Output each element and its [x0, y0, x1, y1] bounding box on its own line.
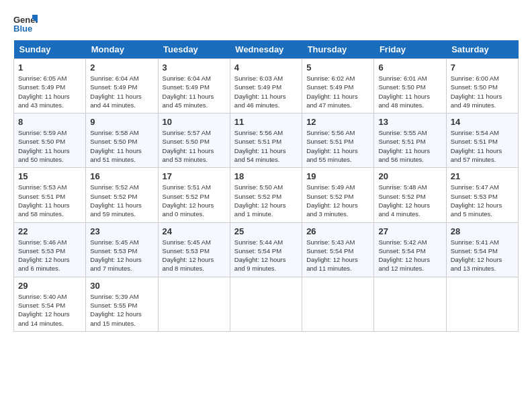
calendar-cell: 25 Sunrise: 5:44 AM Sunset: 5:54 PM Dayl…	[230, 222, 302, 277]
day-number: 12	[306, 117, 369, 127]
day-info: Sunrise: 5:58 AM Sunset: 5:50 PM Dayligh…	[90, 128, 153, 164]
day-number: 7	[451, 62, 514, 73]
calendar-cell: 5 Sunrise: 6:02 AM Sunset: 5:49 PM Dayli…	[302, 59, 374, 113]
calendar-cell: 28 Sunrise: 5:41 AM Sunset: 5:54 PM Dayl…	[446, 222, 518, 277]
calendar-cell: 29 Sunrise: 5:40 AM Sunset: 5:54 PM Dayl…	[14, 277, 86, 331]
day-number: 18	[234, 171, 298, 181]
day-info: Sunrise: 5:46 AM Sunset: 5:53 PM Dayligh…	[18, 238, 81, 273]
day-info: Sunrise: 5:54 AM Sunset: 5:51 PM Dayligh…	[451, 128, 514, 164]
calendar-cell: 10 Sunrise: 5:57 AM Sunset: 5:50 PM Dayl…	[158, 113, 230, 168]
day-info: Sunrise: 5:42 AM Sunset: 5:54 PM Dayligh…	[378, 238, 441, 273]
day-info: Sunrise: 5:56 AM Sunset: 5:51 PM Dayligh…	[306, 128, 369, 164]
calendar-cell: 30 Sunrise: 5:39 AM Sunset: 5:55 PM Dayl…	[86, 277, 158, 331]
calendar-cell	[230, 277, 302, 331]
day-number: 17	[163, 171, 226, 181]
calendar-header-row: SundayMondayTuesdayWednesdayThursdayFrid…	[14, 40, 519, 59]
day-info: Sunrise: 5:49 AM Sunset: 5:52 PM Dayligh…	[306, 183, 369, 218]
day-number: 27	[378, 226, 441, 236]
day-info: Sunrise: 6:04 AM Sunset: 5:49 PM Dayligh…	[90, 74, 153, 109]
calendar-cell	[374, 277, 446, 331]
day-info: Sunrise: 5:53 AM Sunset: 5:51 PM Dayligh…	[18, 183, 81, 218]
calendar-week-1: 1 Sunrise: 6:05 AM Sunset: 5:49 PM Dayli…	[14, 59, 519, 113]
day-number: 11	[234, 117, 298, 127]
calendar-cell: 2 Sunrise: 6:04 AM Sunset: 5:49 PM Dayli…	[86, 59, 158, 113]
day-number: 15	[18, 171, 81, 181]
day-number: 14	[451, 117, 514, 127]
weekday-header-saturday: Saturday	[446, 40, 518, 59]
day-number: 13	[378, 117, 441, 127]
day-number: 21	[451, 171, 514, 181]
day-info: Sunrise: 5:52 AM Sunset: 5:52 PM Dayligh…	[90, 183, 153, 218]
day-info: Sunrise: 5:47 AM Sunset: 5:53 PM Dayligh…	[451, 183, 514, 218]
weekday-header-monday: Monday	[86, 40, 158, 59]
calendar-cell	[302, 277, 374, 331]
day-number: 26	[306, 226, 369, 236]
svg-text:Blue: Blue	[13, 24, 32, 34]
day-number: 19	[306, 171, 369, 181]
weekday-header-wednesday: Wednesday	[230, 40, 302, 59]
calendar-cell: 17 Sunrise: 5:51 AM Sunset: 5:52 PM Dayl…	[158, 168, 230, 222]
day-info: Sunrise: 6:04 AM Sunset: 5:49 PM Dayligh…	[163, 74, 226, 109]
day-number: 2	[90, 62, 153, 73]
day-number: 9	[90, 117, 153, 127]
calendar-cell: 23 Sunrise: 5:45 AM Sunset: 5:53 PM Dayl…	[86, 222, 158, 277]
calendar-cell: 8 Sunrise: 5:59 AM Sunset: 5:50 PM Dayli…	[14, 113, 86, 168]
weekday-header-thursday: Thursday	[302, 40, 374, 59]
weekday-header-sunday: Sunday	[14, 40, 86, 59]
day-info: Sunrise: 5:43 AM Sunset: 5:54 PM Dayligh…	[306, 238, 369, 273]
calendar-cell: 14 Sunrise: 5:54 AM Sunset: 5:51 PM Dayl…	[446, 113, 518, 168]
calendar-week-3: 15 Sunrise: 5:53 AM Sunset: 5:51 PM Dayl…	[14, 168, 519, 222]
day-number: 20	[378, 171, 441, 181]
day-number: 28	[451, 226, 514, 236]
calendar-cell: 22 Sunrise: 5:46 AM Sunset: 5:53 PM Dayl…	[14, 222, 86, 277]
day-number: 1	[18, 62, 81, 73]
weekday-header-friday: Friday	[374, 40, 446, 59]
day-info: Sunrise: 5:41 AM Sunset: 5:54 PM Dayligh…	[451, 238, 514, 273]
day-info: Sunrise: 5:39 AM Sunset: 5:55 PM Dayligh…	[90, 292, 153, 328]
day-info: Sunrise: 5:59 AM Sunset: 5:50 PM Dayligh…	[18, 128, 81, 164]
day-number: 8	[18, 117, 81, 127]
day-info: Sunrise: 6:03 AM Sunset: 5:49 PM Dayligh…	[234, 74, 298, 109]
day-info: Sunrise: 5:45 AM Sunset: 5:53 PM Dayligh…	[163, 238, 226, 273]
calendar-cell	[446, 277, 518, 331]
day-number: 23	[90, 226, 153, 236]
day-number: 24	[163, 226, 226, 236]
day-number: 16	[90, 171, 153, 181]
calendar-cell: 1 Sunrise: 6:05 AM Sunset: 5:49 PM Dayli…	[14, 59, 86, 113]
day-info: Sunrise: 5:45 AM Sunset: 5:53 PM Dayligh…	[90, 238, 153, 273]
calendar-cell	[158, 277, 230, 331]
calendar-cell: 24 Sunrise: 5:45 AM Sunset: 5:53 PM Dayl…	[158, 222, 230, 277]
day-info: Sunrise: 6:01 AM Sunset: 5:50 PM Dayligh…	[378, 74, 441, 109]
day-number: 25	[234, 226, 298, 236]
calendar-cell: 26 Sunrise: 5:43 AM Sunset: 5:54 PM Dayl…	[302, 222, 374, 277]
calendar-week-2: 8 Sunrise: 5:59 AM Sunset: 5:50 PM Dayli…	[14, 113, 519, 168]
calendar-cell: 11 Sunrise: 5:56 AM Sunset: 5:51 PM Dayl…	[230, 113, 302, 168]
day-number: 29	[18, 281, 81, 291]
calendar-cell: 19 Sunrise: 5:49 AM Sunset: 5:52 PM Dayl…	[302, 168, 374, 222]
calendar-cell: 15 Sunrise: 5:53 AM Sunset: 5:51 PM Dayl…	[14, 168, 86, 222]
calendar-cell: 7 Sunrise: 6:00 AM Sunset: 5:50 PM Dayli…	[446, 59, 518, 113]
day-info: Sunrise: 5:57 AM Sunset: 5:50 PM Dayligh…	[163, 128, 226, 164]
calendar-cell: 4 Sunrise: 6:03 AM Sunset: 5:49 PM Dayli…	[230, 59, 302, 113]
day-info: Sunrise: 5:56 AM Sunset: 5:51 PM Dayligh…	[234, 128, 298, 164]
day-info: Sunrise: 5:50 AM Sunset: 5:52 PM Dayligh…	[234, 183, 298, 218]
calendar-cell: 6 Sunrise: 6:01 AM Sunset: 5:50 PM Dayli…	[374, 59, 446, 113]
calendar-cell: 12 Sunrise: 5:56 AM Sunset: 5:51 PM Dayl…	[302, 113, 374, 168]
logo: General Blue	[13, 13, 38, 34]
day-number: 3	[163, 62, 226, 73]
calendar-cell: 16 Sunrise: 5:52 AM Sunset: 5:52 PM Dayl…	[86, 168, 158, 222]
calendar-cell: 3 Sunrise: 6:04 AM Sunset: 5:49 PM Dayli…	[158, 59, 230, 113]
day-number: 10	[163, 117, 226, 127]
day-info: Sunrise: 5:44 AM Sunset: 5:54 PM Dayligh…	[234, 238, 298, 273]
day-info: Sunrise: 5:51 AM Sunset: 5:52 PM Dayligh…	[163, 183, 226, 218]
day-number: 5	[306, 62, 369, 73]
day-info: Sunrise: 5:40 AM Sunset: 5:54 PM Dayligh…	[18, 292, 81, 328]
day-info: Sunrise: 5:55 AM Sunset: 5:51 PM Dayligh…	[378, 128, 441, 164]
day-number: 6	[378, 62, 441, 73]
calendar-body: 1 Sunrise: 6:05 AM Sunset: 5:49 PM Dayli…	[14, 59, 519, 332]
day-info: Sunrise: 5:48 AM Sunset: 5:52 PM Dayligh…	[378, 183, 441, 218]
calendar-cell: 27 Sunrise: 5:42 AM Sunset: 5:54 PM Dayl…	[374, 222, 446, 277]
day-number: 4	[234, 62, 298, 73]
calendar-cell: 9 Sunrise: 5:58 AM Sunset: 5:50 PM Dayli…	[86, 113, 158, 168]
calendar-cell: 20 Sunrise: 5:48 AM Sunset: 5:52 PM Dayl…	[374, 168, 446, 222]
